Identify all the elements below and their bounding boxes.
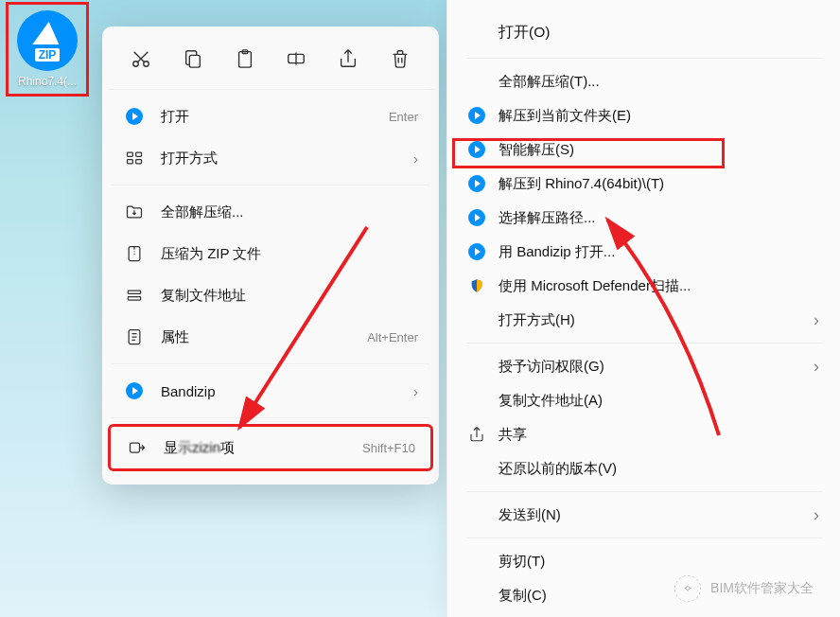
menu-item-label: 复制文件地址	[161, 287, 246, 305]
watermark: ✧ BIM软件管家大全	[674, 575, 814, 602]
share-icon[interactable]	[331, 42, 365, 76]
submenu-item[interactable]: 授予访问权限(G)›	[457, 349, 832, 383]
menu-item[interactable]: Bandizip›	[108, 370, 433, 412]
icon-spacer	[466, 551, 487, 572]
paste-icon[interactable]	[228, 42, 262, 76]
submenu-item[interactable]: 用 Bandizip 打开...	[457, 235, 832, 269]
blue-circle-icon	[466, 207, 487, 228]
menu-separator	[466, 538, 823, 538]
icon-spacer	[466, 309, 487, 330]
icon-spacer	[466, 71, 487, 92]
submenu-item-label: 授予访问权限(G)	[499, 358, 604, 376]
menu-separator	[112, 417, 429, 418]
icon-spacer	[466, 585, 487, 606]
menu-item-label: 属性	[161, 328, 189, 346]
menu-shortcut: Shift+F10	[362, 441, 415, 455]
submenu-item[interactable]: 解压到当前文件夹(E)	[457, 98, 832, 132]
submenu-item[interactable]: 还原以前的版本(V)	[457, 451, 832, 485]
submenu-item[interactable]: 发送到(N)›	[457, 498, 832, 532]
submenu-item[interactable]: 共享	[457, 417, 832, 451]
submenu-header-label: 打开(O)	[499, 23, 550, 43]
submenu-item-label: 解压到当前文件夹(E)	[499, 107, 631, 125]
cut-icon[interactable]	[124, 42, 158, 76]
svg-rect-12	[128, 297, 140, 300]
submenu-item[interactable]: 智能解压(S)	[457, 132, 832, 167]
share-icon	[466, 424, 487, 445]
menu-item[interactable]: 全部解压缩...	[108, 191, 433, 233]
copy-path-icon	[123, 284, 146, 307]
submenu-item[interactable]: 复制文件地址(A)	[457, 383, 832, 417]
menu-item[interactable]: 压缩为 ZIP 文件	[108, 233, 433, 274]
submenu-item[interactable]: 解压到 Rhino7.4(64bit)\(T)	[457, 167, 832, 201]
svg-rect-11	[128, 291, 140, 293]
submenu-item-label: 智能解压(S)	[499, 141, 574, 159]
folder-extract-icon	[123, 201, 146, 223]
menu-item-label: 打开方式	[161, 150, 218, 167]
icon-spacer	[466, 390, 487, 411]
submenu-item-label: 剪切(T)	[499, 553, 545, 571]
icon-spacer	[466, 356, 487, 377]
context-menu-primary: 打开Enter打开方式›全部解压缩...压缩为 ZIP 文件复制文件地址属性Al…	[102, 26, 439, 485]
chevron-right-icon: ›	[814, 310, 819, 330]
zip-badge: ZIP	[35, 48, 61, 62]
menu-separator	[466, 58, 823, 59]
more-icon	[126, 436, 149, 459]
menu-shortcut: Enter	[389, 110, 418, 124]
chevron-right-icon: ›	[413, 383, 418, 399]
blue-circle-icon	[466, 173, 487, 194]
menu-item[interactable]: 属性Alt+Enter	[108, 316, 433, 358]
desktop-file-icon[interactable]: ZIP Rhino7.4(...	[6, 2, 89, 97]
menu-item[interactable]: 复制文件地址	[108, 274, 433, 316]
submenu-item[interactable]: 全部解压缩(T)...	[457, 64, 832, 98]
submenu-item-label: 复制(C)	[499, 587, 547, 605]
submenu-item[interactable]: 选择解压路径...	[457, 201, 832, 235]
svg-rect-9	[136, 160, 142, 164]
rename-icon[interactable]	[279, 42, 313, 76]
watermark-text: BIM软件管家大全	[710, 580, 814, 597]
svg-rect-14	[131, 443, 140, 452]
zip-icon	[123, 242, 146, 265]
menu-separator	[466, 491, 823, 492]
menu-separator	[112, 363, 429, 364]
menu-separator	[112, 185, 429, 185]
blue-circle-icon	[123, 105, 146, 128]
svg-rect-6	[128, 152, 133, 156]
menu-item-label: 显示zizin项	[164, 439, 235, 457]
submenu-item[interactable]: 剪切(T)	[457, 544, 832, 578]
menu-item-label: 打开	[161, 108, 189, 126]
menu-item[interactable]: 显示zizin项Shift+F10	[108, 424, 433, 471]
svg-point-1	[144, 62, 149, 67]
blue-circle-icon	[123, 379, 146, 402]
chevron-right-icon: ›	[814, 357, 819, 377]
copy-icon[interactable]	[176, 42, 210, 76]
submenu-item-label: 还原以前的版本(V)	[499, 460, 617, 478]
menu-item[interactable]: 打开方式›	[108, 137, 433, 179]
svg-rect-7	[128, 160, 133, 164]
menu-item-label: 压缩为 ZIP 文件	[161, 245, 261, 263]
open-with-icon	[123, 147, 146, 169]
submenu-item-label: 打开方式(H)	[499, 311, 575, 329]
menu-item[interactable]: 打开Enter	[108, 96, 433, 137]
submenu-item[interactable]: 粘贴(P)	[457, 612, 832, 617]
desktop-file-label: Rhino7.4(...	[10, 75, 84, 88]
menu-item-label: 全部解压缩...	[161, 203, 244, 221]
zip-file-icon: ZIP	[17, 10, 78, 71]
submenu-item[interactable]: 打开方式(H)›	[457, 303, 832, 337]
svg-rect-8	[136, 152, 142, 156]
chevron-right-icon: ›	[413, 150, 418, 167]
icon-spacer	[466, 458, 487, 479]
submenu-header[interactable]: 打开(O)	[457, 15, 832, 52]
submenu-item-label: 使用 Microsoft Defender扫描...	[499, 277, 691, 295]
menu-shortcut: Alt+Enter	[367, 330, 418, 344]
submenu-item-label: 复制文件地址(A)	[499, 392, 603, 410]
blue-circle-icon	[466, 139, 487, 160]
blue-circle-icon	[466, 241, 487, 262]
toolbar-row	[108, 36, 433, 90]
menu-item-label: Bandizip	[161, 383, 216, 399]
submenu-item-label: 用 Bandizip 打开...	[499, 243, 615, 261]
delete-icon[interactable]	[383, 42, 417, 76]
menu-separator	[466, 343, 823, 344]
submenu-item-label: 全部解压缩(T)...	[499, 73, 600, 91]
icon-spacer	[466, 504, 487, 525]
submenu-item[interactable]: 使用 Microsoft Defender扫描...	[457, 269, 832, 303]
